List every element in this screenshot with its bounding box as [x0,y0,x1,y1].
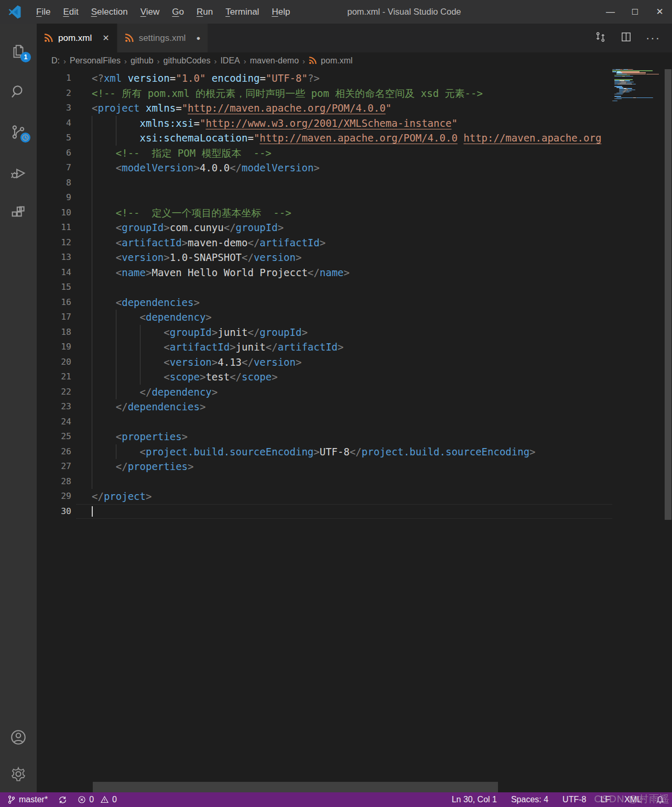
indent-guide [116,116,116,131]
tab-dirty-icon[interactable]: ● [196,34,200,42]
cursor-position-indicator[interactable]: Ln 30, Col 1 [452,795,497,804]
maximize-button[interactable]: ☐ [623,0,647,24]
close-button[interactable]: ✕ [647,0,672,24]
breadcrumb-item-pomxml[interactable]: pom.xml [309,56,352,66]
tab-settings-xml[interactable]: settings.xml ● [117,24,209,52]
line-number: 12 [37,235,76,250]
breadcrumb-item-idea[interactable]: IDEA [220,56,240,66]
line-number: 10 [37,205,76,221]
editor[interactable]: 1<?xml version="1.0" encoding="UTF-8"?>2… [37,69,672,792]
code-line-22[interactable]: 22 </dependency> [37,385,612,400]
menu-help[interactable]: Help [265,0,296,24]
code-line-18[interactable]: 18 <groupId>junit</groupId> [37,325,612,340]
vertical-scrollbar[interactable] [664,69,672,792]
code-line-9[interactable]: 9 [37,190,612,205]
extensions-icon[interactable] [0,192,37,233]
breadcrumb-item-personalfiles[interactable]: PersonalFiles [70,56,121,66]
code-line-12[interactable]: 12 <artifactId>maven-demo</artifactId> [37,235,612,250]
code-line-2[interactable]: 2<!-- 所有 pom.xml 的根元素，同时声明一些 pom 相关的命名空间… [37,86,612,101]
problems-indicator[interactable]: 0 0 [78,795,117,804]
menu-view[interactable]: View [134,0,166,24]
menu-terminal[interactable]: Terminal [219,0,265,24]
menu-run[interactable]: Run [190,0,219,24]
code-line-5[interactable]: 5 xsi:schemaLocation="http://maven.apach… [37,130,612,146]
tab-close-icon[interactable]: ✕ [102,33,109,43]
xml-file-icon [309,57,318,66]
more-actions-icon[interactable]: ··· [646,31,660,45]
line-content: <!-- 所有 pom.xml 的根元素，同时声明一些 pom 相关的命名空间及… [76,86,612,101]
breadcrumb-item-githubcodes[interactable]: githubCodes [164,56,211,66]
code-line-4[interactable]: 4 xmlns:xsi="http://www.w3.org/2001/XMLS… [37,116,612,131]
eol-indicator[interactable]: LF [600,795,610,804]
tab-bar: pom.xml ✕ settings.xml ● [37,24,672,52]
sync-changes-button[interactable] [58,795,67,804]
code-line-27[interactable]: 27 </properties> [37,459,612,474]
code-line-26[interactable]: 26 <project.build.sourceEncoding>UTF-8</… [37,444,612,460]
menu-file[interactable]: File [30,0,57,24]
search-icon[interactable] [0,71,37,112]
code-line-21[interactable]: 21 <scope>test</scope> [37,369,612,385]
code-line-30[interactable]: 30 [37,504,612,519]
activity-bar: 1 [0,24,37,792]
code-line-16[interactable]: 16 <dependencies> [37,295,612,310]
minimap[interactable] [612,69,664,792]
open-changes-icon[interactable] [594,31,606,45]
line-number: 13 [37,250,76,265]
line-content: <properties> [76,429,612,444]
indent-guide [140,340,140,355]
code-line-25[interactable]: 25 <properties> [37,429,612,444]
run-debug-icon[interactable] [0,152,37,192]
code-line-19[interactable]: 19 <artifactId>junit</artifactId> [37,340,612,355]
code-line-1[interactable]: 1<?xml version="1.0" encoding="UTF-8"?> [37,71,612,86]
code-line-3[interactable]: 3<project xmlns="http://maven.apache.org… [37,101,612,116]
vertical-scrollbar-slider[interactable] [665,69,671,520]
code-line-29[interactable]: 29</project> [37,489,612,504]
breadcrumb-item-d[interactable]: D: [51,56,60,66]
code-line-10[interactable]: 10 <!-- 定义一个项目的基本坐标 --> [37,205,612,221]
git-branch-indicator[interactable]: master* [7,795,48,804]
code-line-17[interactable]: 17 <dependency> [37,310,612,325]
accounts-icon[interactable] [0,719,37,756]
notifications-bell-icon[interactable] [656,795,665,804]
tab-pom-xml[interactable]: pom.xml ✕ [37,24,117,52]
code-line-28[interactable]: 28 [37,474,612,489]
explorer-icon[interactable]: 1 [0,31,37,71]
line-content [76,474,612,489]
breadcrumb-item-mavendemo[interactable]: maven-demo [250,56,299,66]
line-number: 22 [37,385,76,400]
minimize-button[interactable]: — [598,0,623,24]
line-number: 5 [37,130,76,146]
line-content: <artifactId>maven-demo</artifactId> [76,235,612,250]
indent-guide [116,385,116,400]
indentation-indicator[interactable]: Spaces: 4 [511,795,548,804]
code-line-20[interactable]: 20 <version>4.13</version> [37,355,612,370]
code-line-11[interactable]: 11 <groupId>com.cunyu</groupId> [37,220,612,235]
language-mode-indicator[interactable]: XML [624,795,642,804]
line-number: 4 [37,116,76,131]
line-content: <version>4.13</version> [76,355,612,370]
encoding-indicator[interactable]: UTF-8 [562,795,586,804]
settings-gear-icon[interactable] [0,756,37,792]
horizontal-scrollbar-slider[interactable] [93,782,498,792]
breadcrumb-separator-icon: › [124,57,127,66]
code-line-14[interactable]: 14 <name>Maven Hello World Projecct</nam… [37,265,612,280]
code-line-24[interactable]: 24 [37,415,612,430]
code-line-13[interactable]: 13 <version>1.0-SNAPSHOT</version> [37,250,612,265]
breadcrumb-item-github[interactable]: github [131,56,154,66]
indent-guide [92,474,92,489]
explorer-badge: 1 [20,52,31,62]
code-line-7[interactable]: 7 <modelVersion>4.0.0</modelVersion> [37,160,612,176]
indent-guide [92,325,92,340]
code-line-8[interactable]: 8 [37,176,612,191]
indent-guide [140,325,140,340]
code-line-23[interactable]: 23 </dependencies> [37,399,612,415]
menu-go[interactable]: Go [166,0,190,24]
indent-guide [92,369,92,385]
menu-selection[interactable]: Selection [85,0,134,24]
code-line-6[interactable]: 6 <!-- 指定 POM 模型版本 --> [37,146,612,161]
source-control-icon[interactable] [0,112,37,152]
code-line-15[interactable]: 15 [37,280,612,295]
line-content: <project xmlns="http://maven.apache.org/… [76,101,612,116]
menu-edit[interactable]: Edit [57,0,84,24]
split-editor-icon[interactable] [620,31,632,45]
